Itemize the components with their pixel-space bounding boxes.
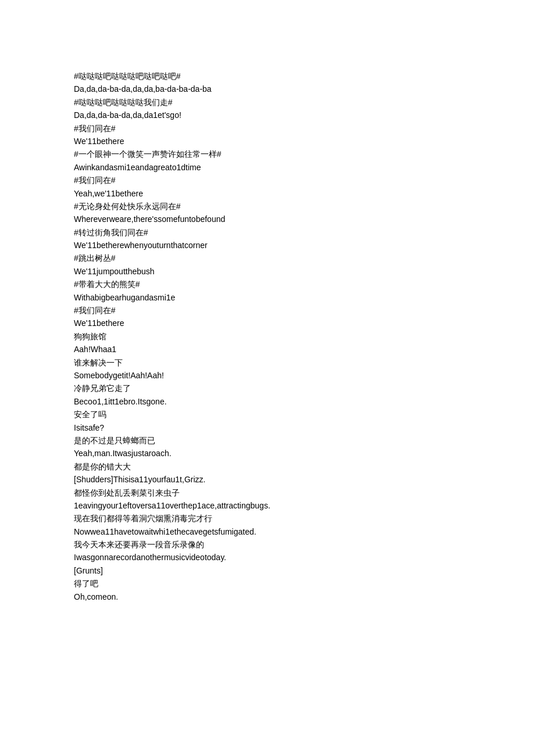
- text-line: We'11betherewhenyouturnthatcorner: [74, 239, 461, 252]
- text-line: 谁来解决一下: [74, 356, 461, 369]
- text-line: Awinkandasmi1eandagreato1dtime: [74, 161, 461, 174]
- text-line: #一个眼神一个微笑一声赞许如往常一样#: [74, 148, 461, 160]
- text-line: Aah!Whaa1: [74, 343, 461, 356]
- text-line: We'11jumpoutthebush: [74, 265, 461, 278]
- text-line: 得了吧: [74, 577, 461, 590]
- text-line: Yeah,man.Itwasjustaroach.: [74, 447, 461, 460]
- text-line: 狗狗旅馆: [74, 330, 461, 343]
- text-line: 现在我们都得等着洞穴烟熏消毒完才行: [74, 512, 461, 525]
- text-line: #我们同在#: [74, 174, 461, 187]
- text-line: Whereverweare,there'ssomefuntobefound: [74, 213, 461, 225]
- text-line: Somebodygetit!Aah!Aah!: [74, 369, 461, 382]
- main-content: #哒哒哒吧哒哒哒吧哒吧哒吧#Da,da,da-ba-da,da,da,ba-da…: [74, 70, 461, 603]
- text-line: Withabigbearhugandasmi1e: [74, 291, 461, 304]
- text-line: [Shudders]Thisisa11yourfau1t,Grizz.: [74, 473, 461, 486]
- text-line: #带着大大的熊笑#: [74, 278, 461, 291]
- text-line: Da,da,da-ba-da,da,da1et'sgo!: [74, 109, 461, 121]
- text-line: #无论身处何处快乐永远同在#: [74, 200, 461, 213]
- text-line: Isitsafe?: [74, 421, 461, 434]
- text-line: We'11bethere: [74, 317, 461, 329]
- text-line: Becoo1,1itt1ebro.Itsgone.: [74, 395, 461, 408]
- text-line: #哒哒哒吧哒哒哒哒我们走#: [74, 96, 461, 109]
- text-line: #我们同在#: [74, 122, 461, 135]
- text-line: 都是你的错大大: [74, 460, 461, 473]
- text-line: 都怪你到处乱丢剩菜引来虫子: [74, 486, 461, 499]
- text-line: [Grunts]: [74, 564, 461, 577]
- text-line: Oh,comeon.: [74, 590, 461, 603]
- text-line: 冷静兄弟它走了: [74, 382, 461, 395]
- text-line: 是的不过是只蟑螂而已: [74, 434, 461, 447]
- text-line: 1eavingyour1eftoversa11overthep1ace,attr…: [74, 499, 461, 512]
- text-line: #哒哒哒吧哒哒哒吧哒吧哒吧#: [74, 70, 461, 83]
- text-line: Iwasgonnarecordanothermusicvideotoday.: [74, 551, 461, 564]
- text-line: 安全了吗: [74, 408, 461, 421]
- text-line: Nowwea11havetowaitwhi1ethecavegetsfumiga…: [74, 525, 461, 538]
- text-line: #跳出树丛#: [74, 252, 461, 264]
- text-line: #我们同在#: [74, 304, 461, 317]
- text-line: Yeah,we'11bethere: [74, 187, 461, 200]
- text-line: Da,da,da-ba-da,da,da,ba-da-ba-da-ba: [74, 83, 461, 95]
- text-line: We'11bethere: [74, 135, 461, 148]
- text-line: #转过街角我们同在#: [74, 226, 461, 239]
- text-line: 我今天本来还要再录一段音乐录像的: [74, 538, 461, 551]
